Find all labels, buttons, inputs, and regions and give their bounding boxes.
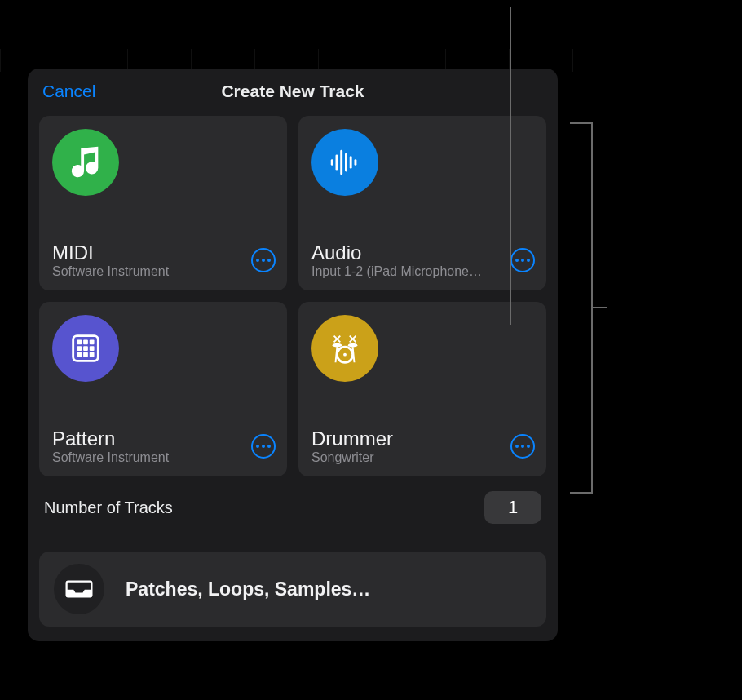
- track-card-title: Drummer: [311, 428, 499, 450]
- sheet-header: Cancel Create New Track: [39, 80, 546, 109]
- svg-rect-12: [90, 346, 95, 351]
- drum-kit-icon: [311, 315, 378, 382]
- svg-rect-5: [355, 159, 357, 166]
- svg-point-20: [333, 343, 342, 348]
- ellipsis-icon: [515, 259, 519, 262]
- svg-point-21: [348, 343, 358, 348]
- svg-rect-15: [90, 352, 95, 357]
- track-card-title: MIDI: [52, 241, 240, 264]
- svg-rect-11: [83, 346, 88, 351]
- svg-rect-1: [336, 154, 338, 170]
- number-of-tracks-stepper[interactable]: 1: [484, 491, 541, 524]
- ellipsis-icon: [256, 445, 259, 448]
- number-of-tracks-value: 1: [508, 497, 518, 518]
- more-options-button[interactable]: [510, 248, 535, 272]
- more-options-button[interactable]: [251, 434, 276, 459]
- svg-rect-2: [340, 150, 342, 175]
- ellipsis-icon: [515, 445, 519, 448]
- patches-loops-samples-row[interactable]: Patches, Loops, Samples…: [39, 552, 546, 627]
- tray-icon: [54, 564, 104, 614]
- patches-row-label: Patches, Loops, Samples…: [126, 578, 370, 600]
- svg-point-23: [343, 353, 347, 357]
- more-options-button[interactable]: [251, 248, 276, 272]
- svg-line-25: [353, 347, 355, 362]
- number-of-tracks-label: Number of Tracks: [44, 498, 173, 517]
- more-options-button[interactable]: [510, 434, 535, 459]
- track-card-drummer[interactable]: Drummer Songwriter: [298, 302, 546, 476]
- track-card-subtitle: Software Instrument: [52, 450, 240, 465]
- track-card-subtitle: Input 1-2 (iPad Microphone…: [311, 264, 499, 279]
- grid-icon: [52, 315, 119, 382]
- svg-rect-7: [77, 339, 82, 344]
- svg-line-24: [336, 347, 338, 362]
- svg-rect-14: [83, 352, 88, 357]
- svg-rect-4: [350, 156, 352, 168]
- track-card-subtitle: Software Instrument: [52, 264, 240, 279]
- svg-rect-8: [83, 339, 88, 344]
- annotation-leader: [592, 307, 607, 308]
- svg-rect-13: [77, 352, 82, 357]
- svg-rect-9: [90, 339, 95, 344]
- waveform-icon: [311, 129, 378, 196]
- annotation-bracket-cap: [570, 492, 592, 494]
- music-note-icon: [52, 129, 119, 196]
- sheet-title: Create New Track: [39, 82, 546, 101]
- track-type-grid: MIDI Software Instrument Audio: [39, 116, 546, 476]
- annotation-bracket-cap: [570, 122, 592, 124]
- number-of-tracks-row: Number of Tracks 1: [39, 491, 546, 524]
- annotation-line: [510, 7, 511, 325]
- ellipsis-icon: [256, 259, 259, 262]
- track-card-midi[interactable]: MIDI Software Instrument: [39, 116, 287, 290]
- track-card-subtitle: Songwriter: [311, 450, 499, 465]
- svg-rect-0: [331, 159, 333, 166]
- svg-rect-10: [77, 346, 82, 351]
- track-card-pattern[interactable]: Pattern Software Instrument: [39, 302, 287, 476]
- track-card-title: Pattern: [52, 428, 240, 450]
- svg-rect-3: [345, 153, 347, 172]
- create-new-track-sheet: Cancel Create New Track MIDI Software In…: [28, 69, 558, 641]
- track-card-title: Audio: [311, 241, 499, 264]
